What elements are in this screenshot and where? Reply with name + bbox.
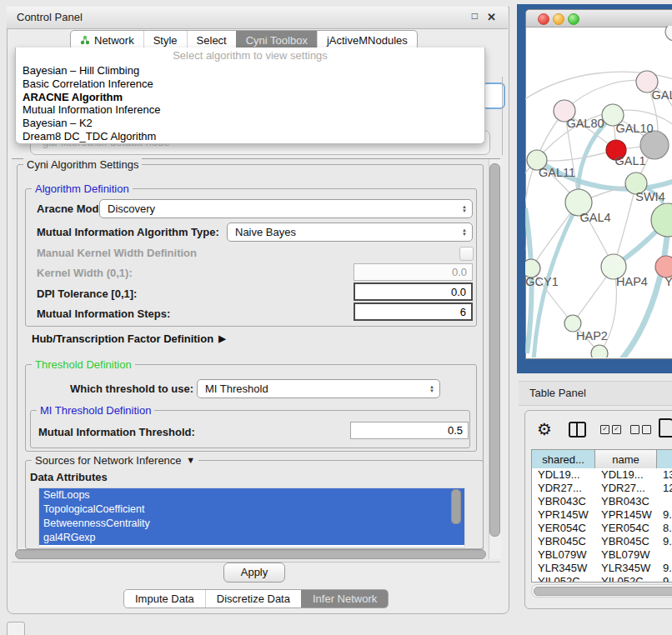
node-hap2-label: HAP2: [576, 329, 608, 342]
close-traffic-light-icon[interactable]: [538, 13, 549, 25]
table-row[interactable]: YLR345WYLR345W9.: [532, 562, 672, 575]
table-row[interactable]: YIL052CYIL052C9: [532, 575, 672, 582]
node-bottom[interactable]: [591, 345, 608, 358]
bottom-tabbar: Impute DataDiscretize DataInfer Network: [123, 589, 389, 608]
table-cell: [657, 548, 672, 562]
algorithm-option-mutual-information-inference[interactable]: Mutual Information Inference: [16, 103, 484, 117]
node-swi4-label: SWI4: [635, 190, 664, 203]
table-row[interactable]: YPR145WYPR145W9.: [532, 508, 672, 522]
which-threshold-combo[interactable]: MI Threshold ▲▼: [197, 379, 440, 398]
algorithm-definition-title: Algorithm Definition: [32, 182, 133, 195]
network-icon: [80, 35, 90, 45]
data-attributes-list[interactable]: SelfLoopsTopologicalCoefficientBetweenne…: [38, 488, 465, 548]
network-window-titlebar[interactable]: [526, 10, 672, 28]
cyni-settings-group-title: Cyni Algorithm Settings: [23, 158, 142, 171]
table-row[interactable]: YBL079WYBL079W: [532, 548, 672, 562]
zoom-traffic-light-icon[interactable]: [568, 13, 579, 25]
mi-steps-label: Mutual Information Steps:: [37, 308, 170, 320]
control-panel-titlebar: Control Panel □ ✕: [7, 7, 508, 29]
table-row[interactable]: YDL19...YDL19...13: [532, 468, 672, 482]
column-header-a[interactable]: A: [657, 450, 672, 468]
attribute-item[interactable]: SelfLoops: [39, 488, 464, 502]
mi-algorithm-type-combo[interactable]: Naive Bayes ▲▼: [227, 222, 473, 242]
table-panel-title: Table Panel: [529, 387, 586, 399]
attributes-scrollbar-thumb[interactable]: [451, 489, 461, 524]
mi-threshold-input[interactable]: [350, 422, 469, 439]
table-cell: YPR145W: [595, 508, 657, 522]
algorithm-dropdown-list: Select algorithm to view settings Bayesi…: [15, 48, 485, 144]
network-canvas[interactable]: GALGAL80GAL10GAL1GAL11GAL4SWI4GCY1HAP4YH…: [525, 26, 672, 358]
algorithm-option-dream8-dc-tdc-algorithm[interactable]: Dream8 DC_TDC Algorithm: [16, 130, 484, 143]
tab-label: Style: [153, 34, 178, 47]
attribute-item[interactable]: TopologicalCoefficient: [39, 502, 464, 517]
corner-button-fragment[interactable]: [7, 622, 25, 635]
algorithm-option-aracne-algorithm[interactable]: ARACNE Algorithm: [16, 91, 484, 104]
table-panel-titlebar: Table Panel: [519, 381, 672, 406]
apply-button[interactable]: Apply: [223, 562, 285, 582]
algorithm-option-bayesian-hill-climbing[interactable]: Bayesian – Hill Climbing: [16, 64, 484, 78]
node-hap4-label: HAP4: [616, 275, 648, 288]
stepper-icon[interactable]: ▲▼: [457, 205, 472, 213]
hub-definition-toggle[interactable]: Hub/Transcription Factor Definition▶: [32, 332, 226, 345]
bottom-tab-discretize-data[interactable]: Discretize Data: [205, 590, 301, 608]
tab-label: Cyni Toolbox: [246, 34, 308, 47]
table-cell: YLR345W: [532, 562, 595, 575]
mi-steps-input[interactable]: [354, 302, 473, 321]
tab-label: Select: [197, 34, 227, 47]
table-cell: 8.: [657, 522, 672, 535]
table-cell: 13: [657, 468, 672, 482]
table-row[interactable]: YBR045CYBR045C9.: [532, 535, 672, 548]
table-panel-window: ⚙ ✓✓ shared...nameA YDL19...YDL19...13YD…: [524, 410, 672, 609]
deselect-all-icon[interactable]: [630, 425, 651, 434]
stepper-icon[interactable]: ▲▼: [424, 385, 439, 393]
tab-label: jActiveMNodules: [327, 34, 408, 47]
aracne-mode-combo[interactable]: Discovery ▲▼: [99, 199, 473, 218]
kernel-width-input[interactable]: [354, 263, 473, 281]
table-cell: YDR27...: [532, 482, 595, 495]
tab-style[interactable]: Style: [143, 31, 187, 49]
split-columns-icon[interactable]: [569, 422, 586, 438]
table-cell: 9.: [657, 508, 672, 522]
manual-kernel-checkbox[interactable]: [459, 247, 474, 261]
float-window-icon[interactable]: □: [472, 10, 478, 22]
select-all-icon[interactable]: ✓✓: [600, 425, 621, 434]
dpi-tolerance-label: DPI Tolerance [0,1]:: [37, 288, 137, 300]
algorithm-option-bayesian-k2[interactable]: Bayesian – K2: [16, 117, 484, 130]
column-header-shared-[interactable]: shared...: [532, 450, 595, 468]
table-header-row: shared...nameA: [532, 450, 672, 469]
gear-icon[interactable]: ⚙: [537, 419, 552, 439]
attribute-item[interactable]: BetweennessCentrality: [39, 517, 464, 531]
table-row[interactable]: YER054CYER054C8.: [532, 522, 672, 535]
table-cell: YBR045C: [595, 535, 657, 548]
algorithm-option-basic-correlation-inference[interactable]: Basic Correlation Inference: [16, 78, 484, 91]
close-icon[interactable]: ✕: [487, 11, 496, 23]
table-row[interactable]: YBR043CYBR043C: [532, 495, 672, 508]
vertical-scrollbar-thumb[interactable]: [489, 163, 500, 537]
network-edge[interactable]: [537, 150, 616, 161]
table-hscrollbar-track[interactable]: [531, 584, 672, 598]
tab-network[interactable]: Network: [71, 31, 143, 49]
node-edge-top[interactable]: [665, 26, 672, 41]
table-cell: 9.: [657, 562, 672, 575]
stepper-icon[interactable]: ▲▼: [457, 228, 472, 237]
tab-cyni-toolbox[interactable]: Cyni Toolbox: [236, 31, 317, 49]
minimize-traffic-light-icon[interactable]: [553, 13, 564, 25]
bottom-tab-infer-network[interactable]: Infer Network: [301, 590, 388, 608]
table-row[interactable]: YDR27...YDR27...12: [532, 482, 672, 495]
which-threshold-label: Which threshold to use:: [70, 382, 193, 395]
attribute-item[interactable]: gal4RGexp: [39, 531, 464, 545]
manual-kernel-label: Manual Kernel Width Definition: [37, 247, 197, 259]
table-hscrollbar-thumb[interactable]: [534, 587, 672, 596]
tab-select[interactable]: Select: [187, 31, 236, 49]
sources-group-title[interactable]: Sources for Network Inference ▼: [32, 454, 198, 467]
tab-jactivemnodules[interactable]: jActiveMNodules: [317, 31, 417, 49]
table-cell: YBR043C: [532, 495, 595, 508]
table-cell: YBR043C: [595, 495, 657, 508]
node-gal10-label: GAL10: [615, 122, 653, 135]
column-header-name[interactable]: name: [595, 450, 657, 468]
bottom-tab-impute-data[interactable]: Impute Data: [124, 590, 205, 608]
table-cell: YBR045C: [532, 535, 595, 548]
document-icon[interactable]: [659, 418, 672, 438]
dpi-tolerance-input[interactable]: [354, 282, 473, 301]
mi-threshold-label: Mutual Information Threshold:: [38, 426, 195, 438]
